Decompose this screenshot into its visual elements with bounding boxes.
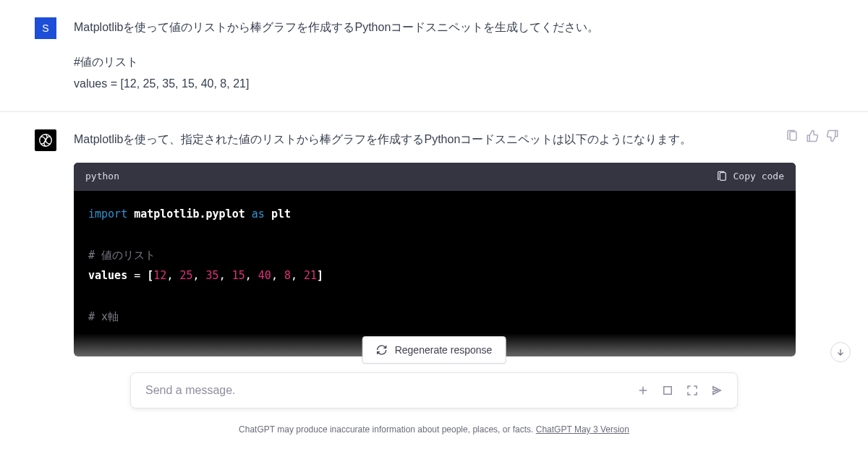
user-content: Matplotlibを使って値のリストから棒グラフを作成するPythonコードス… xyxy=(74,17,839,94)
assistant-content: Matplotlibを使って、指定された値のリストから棒グラフを作成するPyth… xyxy=(74,129,839,356)
message-actions xyxy=(786,129,839,142)
plus-button[interactable] xyxy=(636,383,650,398)
user-avatar: S xyxy=(35,17,56,39)
message-input-bar[interactable] xyxy=(130,372,738,409)
assistant-message: Matplotlibを使って、指定された値のリストから棒グラフを作成するPyth… xyxy=(0,111,868,374)
copy-code-button[interactable]: Copy code xyxy=(716,168,784,185)
arrow-down-icon xyxy=(835,347,846,357)
thumbs-up-icon xyxy=(806,129,819,142)
square-icon xyxy=(661,384,674,397)
user-avatar-letter: S xyxy=(42,22,48,34)
svg-rect-3 xyxy=(664,387,672,395)
assistant-intro: Matplotlibを使って、指定された値のリストから棒グラフを作成するPyth… xyxy=(74,129,796,150)
user-prompt-line2: #値のリスト xyxy=(74,52,796,72)
copy-message-button[interactable] xyxy=(786,129,799,142)
scroll-down-button[interactable] xyxy=(830,342,851,362)
copy-code-label: Copy code xyxy=(733,168,784,185)
code-language-label: python xyxy=(85,168,119,185)
version-link[interactable]: ChatGPT May 3 Version xyxy=(536,424,629,435)
plus-icon xyxy=(637,384,650,397)
square-button[interactable] xyxy=(660,383,675,398)
expand-button[interactable] xyxy=(685,383,699,398)
assistant-avatar xyxy=(35,129,56,151)
disclaimer-text: ChatGPT may produce inaccurate informati… xyxy=(239,424,536,435)
code-header: python Copy code xyxy=(74,163,796,191)
user-message: S Matplotlibを使って値のリストから棒グラフを作成するPythonコー… xyxy=(0,0,868,111)
message-input[interactable] xyxy=(144,383,626,398)
refresh-icon xyxy=(376,344,388,356)
expand-icon xyxy=(686,384,699,397)
svg-rect-1 xyxy=(720,173,726,181)
svg-rect-2 xyxy=(790,132,796,140)
user-prompt-line3: values = [12, 25, 35, 15, 40, 8, 21] xyxy=(74,74,796,94)
code-content: import matplotlib.pyplot as plt # 値のリスト … xyxy=(74,191,796,356)
regenerate-label: Regenerate response xyxy=(395,344,493,356)
send-button[interactable] xyxy=(710,383,724,398)
clipboard-icon xyxy=(716,171,728,182)
thumbs-up-button[interactable] xyxy=(806,129,819,142)
disclaimer: ChatGPT may produce inaccurate informati… xyxy=(0,424,868,435)
thumbs-down-icon xyxy=(826,129,839,142)
code-block: python Copy code import matplotlib.pyplo… xyxy=(74,163,796,356)
send-icon xyxy=(710,384,723,397)
thumbs-down-button[interactable] xyxy=(826,129,839,142)
user-prompt-line1: Matplotlibを使って値のリストから棒グラフを作成するPythonコードス… xyxy=(74,17,796,38)
clipboard-icon xyxy=(786,129,799,142)
regenerate-button[interactable]: Regenerate response xyxy=(362,336,506,364)
